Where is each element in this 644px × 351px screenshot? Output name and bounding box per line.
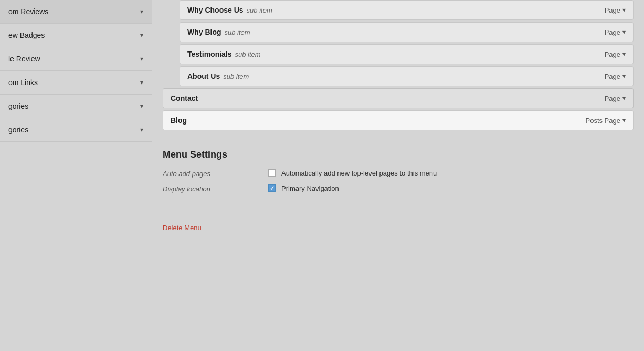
menu-item-name: Contact (171, 94, 198, 102)
menu-item-type: Posts Page (586, 117, 621, 125)
menu-item-contact[interactable]: Contact Page ▾ (163, 88, 634, 108)
display-location-row: Display location Primary Navigation (163, 184, 634, 193)
auto-add-pages-control-label: Automatically add new top-level pages to… (281, 169, 437, 177)
chevron-down-icon: ▾ (140, 102, 143, 110)
delete-section: Delete Menu (163, 214, 634, 232)
sidebar-item-label: ew Badges (8, 31, 45, 39)
menu-items-section: Why Choose Us sub item Page ▾ Why Blog s… (163, 0, 634, 130)
sidebar-item-ew-badges[interactable]: ew Badges ▾ (0, 24, 152, 47)
chevron-down-icon: ▾ (622, 50, 626, 58)
menu-item-why-blog[interactable]: Why Blog sub item Page ▾ (180, 22, 634, 42)
menu-item-why-choose-us[interactable]: Why Choose Us sub item Page ▾ (180, 0, 634, 20)
menu-item-type: Page (605, 28, 620, 36)
sidebar-item-label: gories (8, 126, 28, 134)
chevron-down-icon: ▾ (140, 32, 143, 39)
display-location-label: Display location (163, 184, 268, 193)
sidebar-item-label: om Links (8, 78, 38, 87)
chevron-down-icon: ▾ (622, 117, 626, 124)
menu-item-name: Blog (171, 116, 187, 125)
menu-item-type: Page (605, 50, 620, 58)
sidebar-item-label: om Reviews (8, 7, 48, 16)
delete-menu-button[interactable]: Delete Menu (163, 224, 202, 232)
chevron-down-icon: ▾ (140, 79, 143, 86)
chevron-down-icon: ▾ (140, 8, 143, 15)
display-location-control-label: Primary Navigation (281, 184, 339, 192)
chevron-down-icon: ▾ (622, 28, 626, 36)
menu-item-name: Why Choose Us (187, 6, 244, 14)
sidebar-item-om-links[interactable]: om Links ▾ (0, 71, 152, 95)
main-content: Why Choose Us sub item Page ▾ Why Blog s… (152, 0, 644, 351)
auto-add-pages-row: Auto add pages Automatically add new top… (163, 169, 634, 178)
menu-item-name: About Us (187, 72, 220, 80)
sidebar-item-gories-2[interactable]: gories ▾ (0, 118, 152, 142)
menu-item-subtext: sub item (223, 73, 249, 80)
sidebar-item-label: gories (8, 102, 28, 110)
auto-add-pages-checkbox[interactable] (268, 169, 276, 177)
menu-item-type: Page (605, 6, 620, 14)
menu-item-about-us[interactable]: About Us sub item Page ▾ (180, 66, 634, 86)
display-location-control: Primary Navigation (268, 184, 339, 192)
menu-item-testimonials[interactable]: Testimonials sub item Page ▾ (180, 44, 634, 64)
chevron-down-icon: ▾ (140, 55, 143, 63)
chevron-down-icon: ▾ (140, 126, 143, 133)
chevron-down-icon: ▾ (622, 73, 626, 80)
auto-add-pages-label: Auto add pages (163, 169, 268, 178)
menu-item-subtext: sub item (247, 6, 272, 14)
sidebar-item-label: le Review (8, 55, 40, 63)
menu-item-name: Why Blog (187, 28, 221, 36)
chevron-down-icon: ▾ (622, 95, 626, 102)
sidebar: om Reviews ▾ ew Badges ▾ le Review ▾ om … (0, 0, 152, 351)
chevron-down-icon: ▾ (622, 6, 626, 14)
menu-settings-title: Menu Settings (163, 149, 634, 160)
sidebar-item-gories-1[interactable]: gories ▾ (0, 95, 152, 118)
menu-item-subtext: sub item (235, 50, 261, 58)
menu-item-blog[interactable]: Blog Posts Page ▾ (163, 110, 634, 130)
menu-item-type: Page (605, 95, 620, 102)
menu-settings-section: Menu Settings Auto add pages Automatical… (163, 139, 634, 210)
sidebar-item-le-review[interactable]: le Review ▾ (0, 47, 152, 71)
menu-item-type: Page (605, 73, 620, 80)
menu-item-subtext: sub item (225, 28, 250, 36)
auto-add-pages-control: Automatically add new top-level pages to… (268, 169, 437, 177)
menu-item-name: Testimonials (187, 50, 232, 58)
display-location-checkbox[interactable] (268, 184, 276, 192)
sidebar-item-om-reviews[interactable]: om Reviews ▾ (0, 0, 152, 24)
